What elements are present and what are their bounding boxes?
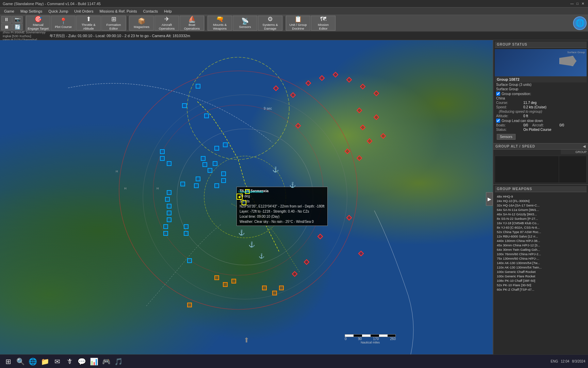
- throttle-altitude-button[interactable]: ⬆ Throttle &Altitude: [76, 16, 101, 31]
- app-3[interactable]: 📊: [88, 356, 99, 367]
- unit-marker-red-10[interactable]: [374, 115, 378, 119]
- doctrine-button[interactable]: 📋 Unit / GroupDoctrine: [286, 16, 310, 31]
- unit-marker-red-7[interactable]: [361, 85, 365, 89]
- refresh-button[interactable]: 🔄: [12, 24, 22, 30]
- unit-marker-blue-20[interactable]: [165, 197, 170, 202]
- app-1[interactable]: 🗡: [64, 356, 75, 367]
- unit-marker-blue-16[interactable]: [196, 177, 200, 181]
- unit-marker-blue-24[interactable]: [163, 224, 168, 229]
- unit-marker-blue-9[interactable]: [208, 168, 212, 173]
- menu-missions[interactable]: Missions & Ref. Points: [97, 9, 140, 14]
- formation-editor-button[interactable]: ⊞ FormationEditor: [101, 16, 126, 31]
- menu-unit-orders[interactable]: Unit Orders: [71, 9, 96, 14]
- unit-marker-blue-3[interactable]: [204, 113, 209, 118]
- unit-marker-blue-8[interactable]: [202, 162, 207, 167]
- plot-course-button[interactable]: 📍 Plot Course: [51, 16, 76, 31]
- unit-marker-red-2[interactable]: [291, 93, 295, 97]
- aircraft-ops-button[interactable]: ✈ AircraftOperations: [154, 16, 179, 31]
- collapse-arrow[interactable]: ◀: [583, 144, 586, 148]
- minimize-button[interactable]: —: [570, 1, 574, 6]
- unit-marker-red-16[interactable]: [357, 156, 361, 160]
- unit-marker-blue-2[interactable]: [182, 103, 187, 108]
- menu-map-settings[interactable]: Map Settings: [18, 9, 45, 14]
- unit-marker-blue-boat-4[interactable]: ⚓: [289, 182, 296, 188]
- unit-marker-red-8[interactable]: [374, 91, 378, 95]
- manual-engage-button[interactable]: 🎯 ManualEngage Target: [26, 16, 50, 31]
- selected-unit-3[interactable]: [242, 200, 246, 205]
- unit-marker-blue-19[interactable]: [167, 190, 172, 195]
- unit-marker-blue-14[interactable]: [221, 178, 226, 183]
- unit-marker-red-17[interactable]: [347, 216, 351, 220]
- unit-marker-blue-26[interactable]: [184, 224, 189, 229]
- stop-button[interactable]: ⏹: [1, 24, 12, 30]
- unit-marker-blue-5[interactable]: [160, 156, 165, 161]
- unit-marker-blue-23[interactable]: [167, 217, 172, 222]
- unit-marker-blue-7[interactable]: [201, 156, 206, 161]
- unit-marker-blue-boat-1[interactable]: ⚓: [238, 229, 245, 236]
- unit-marker-red-13[interactable]: [368, 139, 372, 143]
- pause-button[interactable]: ⏸: [1, 16, 12, 23]
- unit-marker-blue-17[interactable]: [194, 183, 199, 188]
- menu-contacts[interactable]: Contacts: [141, 9, 161, 14]
- file-explorer[interactable]: 📁: [39, 356, 50, 367]
- unit-marker-blue-11[interactable]: [214, 146, 219, 151]
- unit-marker-red-15[interactable]: [345, 149, 349, 153]
- composition-checkbox[interactable]: [496, 92, 500, 96]
- search-taskbar[interactable]: 🔍: [15, 356, 26, 367]
- menu-help[interactable]: Help: [161, 9, 175, 14]
- unit-marker-orange-2[interactable]: [223, 282, 228, 287]
- group-lead-checkbox[interactable]: [496, 119, 500, 123]
- unit-marker-blue-1[interactable]: [196, 84, 200, 89]
- unit-marker-red-9[interactable]: [357, 108, 361, 112]
- unit-marker-orange-3[interactable]: [231, 279, 236, 283]
- menu-quick-jump[interactable]: Quick Jump: [46, 9, 71, 14]
- edge-browser[interactable]: 🌐: [27, 356, 38, 367]
- menu-game[interactable]: Game: [1, 9, 17, 14]
- mounts-weapons-button[interactable]: 🔫 Mounts &Weapons: [208, 16, 232, 31]
- unit-marker-blue-13[interactable]: [221, 171, 226, 176]
- unit-marker-orange-5[interactable]: [272, 291, 277, 295]
- unit-marker-blue-boat-5[interactable]: ⚓: [259, 253, 264, 259]
- unit-marker-blue-boat-3[interactable]: ⚓: [272, 166, 279, 173]
- unit-marker-red-20[interactable]: [305, 260, 309, 264]
- unit-marker-red-19[interactable]: [359, 251, 363, 256]
- unit-marker-orange-4[interactable]: [262, 286, 267, 290]
- unit-marker-red-14[interactable]: [296, 124, 300, 128]
- unit-marker-blue-6[interactable]: [167, 161, 172, 166]
- sensors-button[interactable]: 📡 Sensors: [233, 16, 257, 31]
- unit-marker-blue-22[interactable]: [167, 211, 172, 215]
- start-button[interactable]: ⊞: [3, 356, 14, 367]
- unit-marker-red-11[interactable]: [361, 125, 365, 129]
- unit-marker-red-4[interactable]: [320, 76, 324, 80]
- camera-button[interactable]: 📷: [12, 16, 22, 23]
- unit-marker-blue-18[interactable]: [180, 182, 185, 186]
- selected-unit[interactable]: ◆: [236, 194, 243, 200]
- unit-marker-red-12[interactable]: [381, 134, 385, 138]
- unit-marker-blue-25[interactable]: [163, 231, 168, 236]
- unit-marker-red-1[interactable]: [274, 86, 278, 90]
- unit-marker-blue-12[interactable]: [223, 142, 228, 147]
- app-steam[interactable]: 🎮: [101, 356, 112, 367]
- unit-marker-blue-10[interactable]: [213, 161, 217, 166]
- mail-app[interactable]: ✉: [52, 356, 63, 367]
- unit-marker-blue-21[interactable]: [167, 204, 172, 209]
- systems-damage-button[interactable]: ⚙ Systems &Damage: [258, 16, 282, 31]
- magazines-button[interactable]: 📦 Magazines: [129, 16, 154, 31]
- unit-marker-blue-4[interactable]: [160, 149, 165, 154]
- unit-marker-orange-6[interactable]: [279, 286, 284, 290]
- unit-marker-blue-28[interactable]: [187, 258, 192, 263]
- globe-button[interactable]: 🌐: [573, 16, 587, 30]
- sensors-panel-button[interactable]: Sensors: [497, 134, 516, 140]
- app-2[interactable]: 💬: [76, 356, 87, 367]
- map-scroll-up[interactable]: ⬆: [244, 336, 249, 344]
- unit-marker-red-21[interactable]: [293, 272, 297, 276]
- unit-marker-red-3[interactable]: [306, 81, 310, 85]
- mission-editor-button[interactable]: 🗺 MissionEditor: [311, 16, 336, 31]
- unit-marker-orange-1[interactable]: [214, 275, 219, 280]
- maximize-button[interactable]: □: [575, 1, 580, 6]
- nav-expand-arrow[interactable]: ▶: [486, 192, 493, 206]
- unit-marker-orange-7[interactable]: [187, 303, 192, 307]
- unit-marker-blue-boat-2[interactable]: ⚓: [248, 241, 255, 248]
- unit-marker-blue-27[interactable]: [184, 231, 189, 236]
- unit-marker-blue-15[interactable]: [214, 183, 219, 188]
